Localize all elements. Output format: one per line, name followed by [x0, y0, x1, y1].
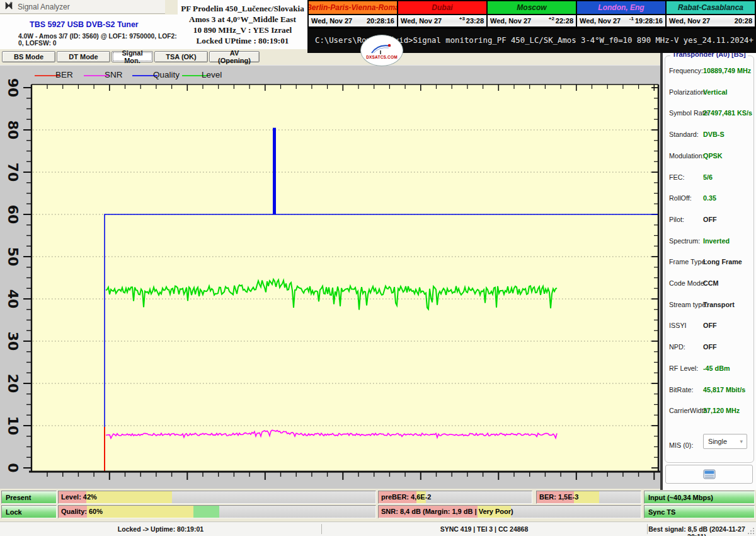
svg-text:20: 20 [5, 374, 21, 393]
tab-av-opening-[interactable]: AV (Opening) [209, 51, 260, 62]
tp-row-label: Spectrum: [669, 237, 700, 245]
tp-row-label: Standard: [669, 131, 699, 138]
clock-utc-offset: +2 [549, 16, 554, 21]
chevron-down-icon: ▾ [740, 438, 743, 445]
tuner-device-icon [703, 469, 716, 479]
antenna-line: 10 890 MHz_V : YES Izrael [178, 25, 307, 35]
tp-row-value: Inverted [703, 237, 730, 245]
transponder-panel: Transponder (A0) [BS] MIS (0): Single ▾ … [663, 53, 756, 490]
clock-time-value: 20:28 [735, 17, 752, 25]
app-icon [4, 1, 13, 13]
tp-row-value: DVB-S [703, 131, 724, 138]
bar-preber-4-6e-2: preBER: 4,6E-2 [378, 491, 532, 504]
svg-text:40: 40 [5, 289, 21, 309]
level-legend-label: Level [202, 70, 222, 79]
clock-time: Wed, Nov 27+222:28 [488, 15, 576, 26]
bottom-statusbar: Locked -> Uptime: 80:19:01 SYNC 419 | TE… [0, 521, 756, 536]
antenna-line: Amos 3 at 4,0°W_Middle East [178, 14, 307, 25]
quality-legend-label: Quality [153, 70, 180, 79]
clock-city: Dubai [398, 1, 486, 14]
tp-row-label: Code Mode: [669, 279, 706, 287]
tp-row-label: RF Level: [669, 364, 698, 372]
bar-snr-8-4-db-margin-1-9-db-very-poor: SNR: 8,4 dB (Margin: 1,9 dB | Very Poor) [378, 505, 641, 518]
tp-row-label: Stream type: [669, 301, 707, 308]
clock-date: Wed, Nov 27 [490, 17, 531, 25]
clock-utc-offset: -1 [629, 16, 634, 21]
bar-label: SNR: 8,4 dB (Margin: 1,9 dB | Very Poor) [381, 508, 513, 515]
status-bar-row-1: PresentLevel: 42%preBER: 4,6E-2BER: 1,5E… [0, 491, 756, 504]
clock-city: Berlin-Paris-Vienna-Roma [309, 1, 397, 14]
tp-row-value: OFF [703, 216, 717, 223]
clock-moscow: MoscowWed, Nov 27+222:28 [488, 1, 576, 28]
tp-row-value: 10889,749 MHz [703, 67, 751, 74]
indicator-sync-ts: Sync TS [644, 505, 755, 518]
bar-label: BER: 1,5E-3 [539, 493, 578, 501]
tuner-info-box: TBS 5927 USB DVB-S2 Tuner 4.0W - Amos 3/… [0, 15, 178, 49]
tp-row-value: 0.35 [703, 194, 716, 202]
window-title: Signal Analyzer [18, 3, 70, 11]
indicator-present: Present [1, 491, 57, 504]
clock-time-value: 22:28 [556, 17, 573, 25]
ber-legend-label: BER [55, 70, 73, 79]
bar-quality-60: Quality: 60% [58, 505, 376, 518]
clock-date: Wed, Nov 27 [311, 17, 352, 25]
antenna-line: Locked UPtime : 80:19:01 [178, 35, 307, 46]
clock-time-value: 23:28 [466, 17, 484, 25]
snr-legend-label: SNR [105, 70, 123, 79]
antenna-line: PF Prodelin 450_Lučenec/Slovakia [178, 3, 307, 14]
clock-berlin-paris-vienna-roma: Berlin-Paris-Vienna-RomaWed, Nov 2720:28… [309, 1, 397, 28]
tab-bs-mode[interactable]: BS Mode [2, 51, 55, 62]
svg-text:0: 0 [5, 463, 21, 472]
clock-date: Wed, Nov 27 [580, 17, 621, 25]
resize-grip[interactable] [747, 526, 755, 533]
tp-row-value: 37,120 MHz [703, 407, 740, 414]
tp-row-value: -45 dBm [703, 364, 730, 372]
tp-row-value: CCM [703, 279, 719, 287]
tp-row-label: Pilot: [669, 216, 684, 223]
device-button[interactable] [665, 465, 753, 484]
tp-row-value: Long Frame [703, 258, 742, 265]
dxsatcs-logo: DXSATCS.COM [360, 35, 403, 66]
tab-dt-mode[interactable]: DT Mode [57, 51, 110, 62]
tp-row-value: 45,817 Mbit/s [703, 386, 745, 393]
tab-signal-mon-[interactable]: Signal Mon. [112, 51, 153, 62]
tp-row-label: Modulation: [669, 152, 704, 160]
chart-legend: BERSNRQualityLevel [0, 70, 663, 81]
mis-dropdown[interactable]: Single ▾ [703, 434, 747, 449]
clock-time: Wed, Nov 2720:28:16 [309, 15, 397, 26]
tp-row-value: QPSK [703, 152, 723, 160]
indicator-input-40-34-mbps: Input (~40,34 Mbps) [644, 491, 755, 504]
tp-row-label: RollOff: [669, 194, 692, 202]
tp-row-value: OFF [703, 322, 717, 329]
tab-tsa-ok-[interactable]: TSA (OK) [154, 51, 208, 62]
bar-label: preBER: 4,6E-2 [381, 493, 431, 501]
indicator-lock: Lock [1, 505, 57, 518]
mis-value: Single [708, 438, 727, 445]
bar-segment-yellow [87, 506, 193, 518]
svg-text:50: 50 [5, 247, 21, 267]
clock-time: Wed, Nov 27+323:28 [398, 15, 486, 26]
clock-date: Wed, Nov 27 [401, 17, 442, 25]
bar-level-42: Level: 42% [58, 491, 376, 504]
clock-time-value: 20:28:16 [367, 17, 394, 25]
world-clocks: Berlin-Paris-Vienna-RomaWed, Nov 2720:28… [307, 0, 756, 29]
signal-chart: 0102030405060708090 [0, 66, 663, 489]
tp-row-value: Vertical [703, 88, 727, 96]
satellite-dish-icon [370, 42, 394, 55]
tp-row-value: Transport [703, 301, 735, 308]
title-bar: Signal Analyzer [0, 0, 165, 14]
statusbar-sync-info: SYNC 419 | TEI 3 | CC 24868 [321, 525, 647, 533]
tuner-details: 4.0W - Amos 3/7 (ID: 3560) @ LOF1: 97500… [18, 33, 178, 47]
tp-row-label: Polarization: [669, 88, 706, 96]
bar-label: Quality: 60% [61, 508, 103, 515]
statusbar-lock-uptime: Locked -> Uptime: 80:19:01 [0, 525, 321, 533]
clock-rabat-casablanca: Rabat-CasablancaWed, Nov 2720:28 [667, 1, 755, 28]
tuner-name: TBS 5927 USB DVB-S2 Tuner [30, 20, 139, 29]
tp-row-value: 5/6 [703, 173, 713, 181]
bar-ber-1-5e-3: BER: 1,5E-3 [536, 491, 641, 504]
svg-text:70: 70 [5, 163, 21, 182]
clock-dubai: DubaiWed, Nov 27+323:28 [398, 1, 486, 28]
svg-text:60: 60 [5, 205, 21, 224]
clock-city: Rabat-Casablanca [667, 1, 755, 14]
clock-city: Moscow [488, 1, 576, 14]
